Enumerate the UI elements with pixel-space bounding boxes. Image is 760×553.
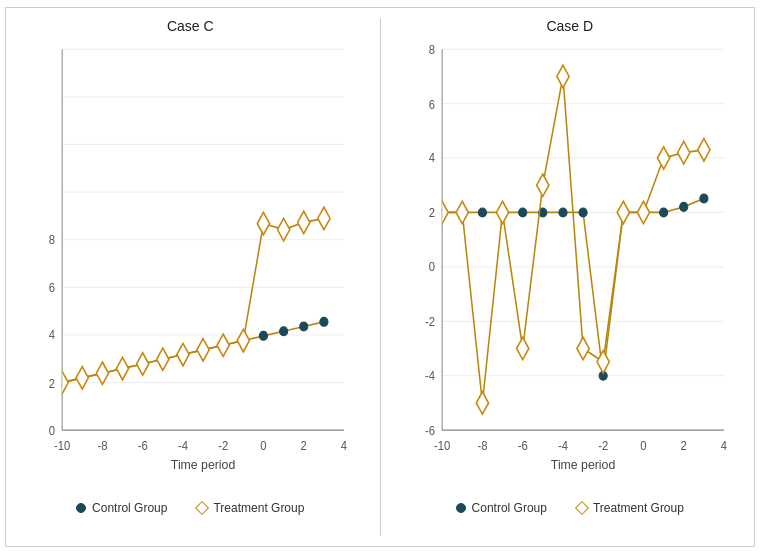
- chart-panel-c: Case C: [16, 18, 365, 536]
- svg-marker-43: [116, 357, 128, 379]
- control-dot-c: [76, 503, 86, 513]
- svg-marker-41: [76, 366, 88, 388]
- svg-marker-53: [318, 207, 330, 229]
- svg-text:4: 4: [341, 438, 348, 453]
- svg-text:-8: -8: [477, 438, 487, 453]
- svg-marker-48: [217, 334, 229, 356]
- svg-marker-47: [197, 338, 209, 360]
- svg-marker-46: [177, 343, 189, 365]
- svg-marker-105: [617, 201, 629, 223]
- svg-text:-10: -10: [433, 438, 450, 453]
- svg-point-93: [659, 207, 667, 216]
- control-dot-d: [456, 503, 466, 513]
- svg-marker-106: [637, 201, 649, 223]
- treatment-diamond-c: [195, 501, 209, 515]
- chart-svg-c: 0 2 4 6 8 -10 -8 -6 -4 -2 0 2 4 Tim: [16, 38, 365, 475]
- svg-text:-6: -6: [517, 438, 527, 453]
- svg-text:-4: -4: [424, 368, 434, 383]
- svg-text:-2: -2: [218, 438, 228, 453]
- svg-marker-104: [597, 350, 609, 372]
- svg-marker-103: [576, 337, 588, 359]
- svg-marker-101: [536, 174, 548, 196]
- svg-text:-2: -2: [424, 314, 434, 329]
- legend-control-c: Control Group: [76, 501, 167, 515]
- svg-marker-108: [677, 141, 689, 163]
- svg-point-88: [558, 207, 566, 216]
- svg-text:-10: -10: [54, 438, 71, 453]
- svg-text:0: 0: [260, 438, 267, 453]
- chart-area-c: 0 2 4 6 8 -10 -8 -6 -4 -2 0 2 4 Tim: [16, 38, 365, 475]
- legend-d: Control Group Treatment Group: [456, 481, 684, 536]
- chart-area-d: -6 -4 -2 0 2 4 6 8 -10 -8 -6 -4 -2 0 2: [396, 38, 745, 475]
- svg-marker-98: [476, 391, 488, 413]
- svg-point-37: [280, 326, 288, 335]
- svg-point-94: [679, 202, 687, 211]
- legend-treatment-label-c: Treatment Group: [213, 501, 304, 515]
- legend-treatment-label-d: Treatment Group: [593, 501, 684, 515]
- svg-text:-6: -6: [424, 423, 434, 438]
- svg-text:-8: -8: [97, 438, 107, 453]
- svg-text:4: 4: [428, 150, 435, 165]
- svg-marker-44: [137, 352, 149, 374]
- svg-text:-4: -4: [178, 438, 188, 453]
- svg-marker-50: [257, 212, 269, 234]
- svg-point-89: [578, 207, 586, 216]
- chart-divider: [380, 18, 381, 536]
- legend-control-d: Control Group: [456, 501, 547, 515]
- svg-text:8: 8: [49, 232, 56, 247]
- svg-marker-40: [56, 371, 68, 393]
- treatment-diamond-d: [575, 501, 589, 515]
- chart-svg-d: -6 -4 -2 0 2 4 6 8 -10 -8 -6 -4 -2 0 2: [396, 38, 745, 475]
- legend-control-label-d: Control Group: [472, 501, 547, 515]
- charts-row: Case C: [16, 18, 744, 536]
- svg-rect-54: [442, 49, 724, 430]
- svg-text:-6: -6: [138, 438, 148, 453]
- svg-text:0: 0: [640, 438, 647, 453]
- svg-text:0: 0: [49, 423, 56, 438]
- svg-marker-102: [556, 65, 568, 87]
- chart-panel-d: Case D: [396, 18, 745, 536]
- legend-control-label-c: Control Group: [92, 501, 167, 515]
- svg-text:4: 4: [720, 438, 727, 453]
- svg-text:4: 4: [49, 327, 56, 342]
- svg-marker-100: [516, 337, 528, 359]
- chart-title-d: Case D: [546, 18, 593, 34]
- svg-text:-4: -4: [557, 438, 567, 453]
- chart-title-c: Case C: [167, 18, 214, 34]
- svg-point-36: [259, 331, 267, 340]
- svg-point-38: [300, 322, 308, 331]
- svg-text:2: 2: [301, 438, 307, 453]
- svg-marker-96: [435, 201, 447, 223]
- legend-treatment-d: Treatment Group: [577, 501, 684, 515]
- svg-text:Time period: Time period: [171, 456, 235, 472]
- svg-text:2: 2: [49, 376, 55, 391]
- svg-marker-97: [456, 201, 468, 223]
- svg-marker-51: [277, 218, 289, 240]
- svg-text:-2: -2: [598, 438, 608, 453]
- svg-text:0: 0: [428, 259, 435, 274]
- svg-marker-49: [237, 329, 249, 351]
- svg-point-95: [699, 193, 707, 202]
- svg-point-84: [478, 207, 486, 216]
- main-container: Case C: [5, 7, 755, 547]
- svg-text:Time period: Time period: [550, 456, 614, 472]
- svg-text:2: 2: [428, 205, 434, 220]
- svg-text:6: 6: [428, 97, 435, 112]
- svg-marker-42: [96, 362, 108, 384]
- svg-text:2: 2: [680, 438, 686, 453]
- svg-text:6: 6: [49, 280, 56, 295]
- svg-marker-107: [657, 146, 669, 168]
- svg-marker-45: [157, 348, 169, 370]
- svg-point-86: [518, 207, 526, 216]
- legend-treatment-c: Treatment Group: [197, 501, 304, 515]
- svg-marker-99: [496, 201, 508, 223]
- svg-marker-52: [298, 211, 310, 233]
- svg-marker-109: [697, 138, 709, 160]
- legend-c: Control Group Treatment Group: [76, 481, 304, 536]
- svg-point-39: [320, 317, 328, 326]
- svg-text:8: 8: [428, 42, 435, 57]
